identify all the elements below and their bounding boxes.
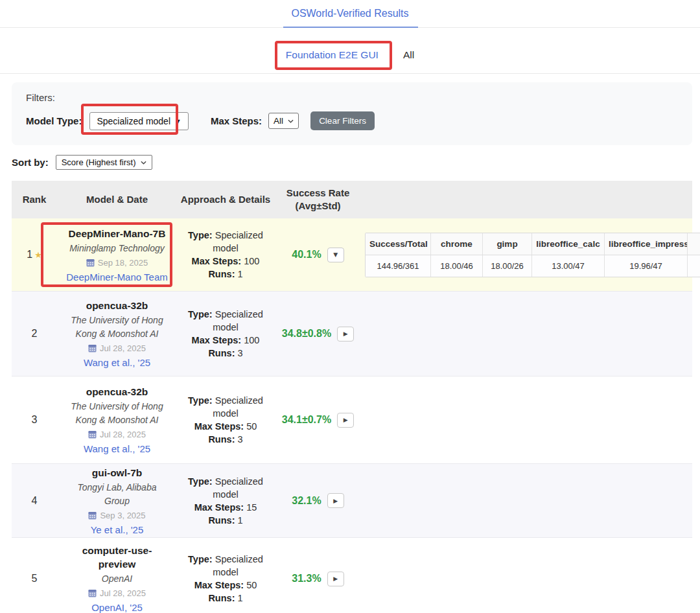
runs-label: Runs:	[208, 434, 235, 445]
max-steps-label: Max Steps:	[194, 580, 244, 590]
calendar-icon	[88, 511, 97, 520]
max-steps-select[interactable]: All	[268, 113, 299, 129]
rank-value: 3	[32, 414, 38, 425]
filters-panel: Filters: Model Type: Specialized model ▼…	[12, 82, 692, 145]
model-reference-link[interactable]: Wang et al., '25	[84, 357, 150, 368]
sort-value: Score (Highest first)	[62, 157, 136, 167]
model-name: opencua-32b	[66, 299, 168, 312]
max-steps-label: Max Steps:	[211, 115, 262, 126]
type-label: Type:	[188, 309, 213, 319]
runs-value: 3	[238, 434, 243, 445]
model-date-text: Sep 3, 2025	[100, 511, 145, 520]
runs-label: Runs:	[208, 348, 235, 358]
model-reference-link[interactable]: DeepMiner-Mano Team	[66, 272, 167, 283]
model-name: DeepMiner-Mano-7B	[66, 227, 168, 240]
sort-select[interactable]: Score (Highest first)	[56, 155, 152, 170]
details-cell: 18.00/46	[431, 255, 483, 277]
header-approach-details: Approach & Details	[177, 193, 274, 206]
rank-value: 1	[27, 249, 32, 260]
filters-label: Filters:	[26, 92, 678, 103]
chevron-down-icon	[141, 161, 146, 165]
model-reference-link[interactable]: Ye et al., '25	[91, 524, 144, 535]
details-toggle-button[interactable]: ▶	[327, 572, 344, 586]
details-column-header: libreoffice_calc	[532, 233, 605, 255]
tab-all[interactable]: All	[403, 49, 414, 61]
model-type-select[interactable]: Specialized model ▼	[89, 112, 189, 130]
clear-filters-button[interactable]: Clear Filters	[310, 111, 375, 130]
model-type-value: Specialized model	[97, 116, 170, 126]
caret-down-icon: ▼	[174, 117, 181, 125]
max-steps-label: Max Steps:	[194, 421, 244, 432]
model-reference-link[interactable]: Wang et al., '25	[84, 443, 150, 454]
model-reference-link[interactable]: OpenAI, '25	[91, 602, 143, 613]
type-value: Specialized model	[213, 554, 263, 577]
model-date: Jul 28, 2025	[66, 588, 168, 598]
table-header-row: Rank Model & Date Approach & Details Suc…	[12, 181, 692, 218]
success-cell: 34.1±0.7% ▶	[274, 413, 362, 428]
details-value-row: 144.96/36118.00/4618.00/2613.00/4719.96/…	[366, 255, 700, 277]
header-success-rate: Success Rate (Avg±Std)	[274, 187, 362, 213]
type-value: Specialized model	[213, 395, 263, 419]
model-date-text: Jul 28, 2025	[100, 343, 146, 353]
details-cell: 13.00/47	[532, 255, 605, 277]
calendar-icon	[86, 259, 95, 267]
max-steps-value: 100	[244, 335, 259, 345]
details-toggle-button[interactable]: ▶	[337, 327, 354, 341]
details-toggle-button[interactable]: ▼	[327, 248, 344, 262]
rank-cell: 4★	[12, 495, 57, 507]
runs-value: 1	[238, 515, 243, 526]
table-row: 1★ DeepMiner-Mano-7B Mininglamp Technolo…	[12, 218, 692, 291]
calendar-icon	[88, 589, 97, 597]
model-cell: DeepMiner-Mano-7B Mininglamp Technology …	[57, 227, 177, 283]
active-tab-underline	[283, 27, 418, 28]
approach-cell: Type: Specialized model Max Steps: 15 Ru…	[177, 475, 274, 527]
model-date: Jul 28, 2025	[66, 430, 168, 439]
model-type-label: Model Type:	[26, 115, 82, 126]
approach-cell: Type: Specialized model Max Steps: 100 R…	[177, 229, 274, 281]
details-column-header: libreoffice_impress	[605, 233, 688, 255]
page-title-tab[interactable]: OSWorld-Verified Results	[291, 8, 408, 19]
runs-value: 1	[238, 593, 243, 603]
table-row: 4★ gui-owl-7b Tongyi Lab, Alibaba Group …	[12, 463, 692, 537]
rank-cell: 3★	[12, 414, 57, 426]
success-rate-value: 34.8±0.8%	[282, 328, 331, 340]
tab-bar: Foundation E2E GUI All	[0, 28, 700, 74]
max-steps-label: Max Steps:	[194, 502, 244, 513]
rank-cell: 5★	[12, 573, 57, 584]
max-steps-label: Max Steps:	[192, 256, 242, 266]
details-toggle-button[interactable]: ▶	[337, 413, 354, 428]
model-date: Sep 3, 2025	[66, 511, 168, 520]
star-icon: ★	[34, 250, 42, 260]
details-header-row: Success/Totalchromegimplibreoffice_calcl…	[366, 233, 700, 255]
model-date: Sep 18, 2025	[66, 258, 168, 268]
table-row: 2★ opencua-32b The University of Hong Ko…	[12, 291, 692, 376]
rank-cell: 2★	[12, 328, 57, 340]
calendar-icon	[88, 430, 97, 439]
success-rate-value: 40.1%	[292, 249, 321, 260]
details-column-header: Success/Total	[366, 233, 431, 255]
max-steps-value: All	[274, 116, 283, 126]
max-steps-value: 50	[246, 421, 257, 432]
model-cell: opencua-32b The University of Hong Kong …	[57, 385, 177, 455]
rank-cell: 1★	[12, 249, 57, 260]
approach-cell: Type: Specialized model Max Steps: 100 R…	[177, 308, 274, 360]
runs-value: 1	[238, 269, 243, 279]
approach-cell: Type: Specialized model Max Steps: 50 Ru…	[177, 394, 274, 446]
details-cell: 19.96/47	[605, 255, 688, 277]
runs-value: 3	[238, 348, 243, 358]
model-cell: opencua-32b The University of Hong Kong …	[57, 299, 177, 369]
details-toggle-button[interactable]: ▶	[327, 493, 344, 508]
model-date-text: Sep 18, 2025	[98, 258, 148, 268]
model-organization: Mininglamp Technology	[66, 242, 168, 255]
details-table: Success/Totalchromegimplibreoffice_calcl…	[365, 233, 700, 277]
runs-label: Runs:	[208, 593, 235, 603]
leaderboard-table: Rank Model & Date Approach & Details Suc…	[12, 181, 692, 613]
model-date: Jul 28, 2025	[66, 343, 168, 353]
model-date-text: Jul 28, 2025	[100, 588, 146, 598]
tab-foundation-e2e-gui[interactable]: Foundation E2E GUI	[286, 49, 379, 61]
success-cell: 40.1% ▼	[274, 248, 362, 262]
table-row: 5★ computer-use-preview OpenAI Jul 28, 2…	[12, 537, 692, 613]
details-cell: 18.00/26	[483, 255, 532, 277]
runs-label: Runs:	[208, 269, 235, 279]
model-name: opencua-32b	[66, 385, 168, 399]
